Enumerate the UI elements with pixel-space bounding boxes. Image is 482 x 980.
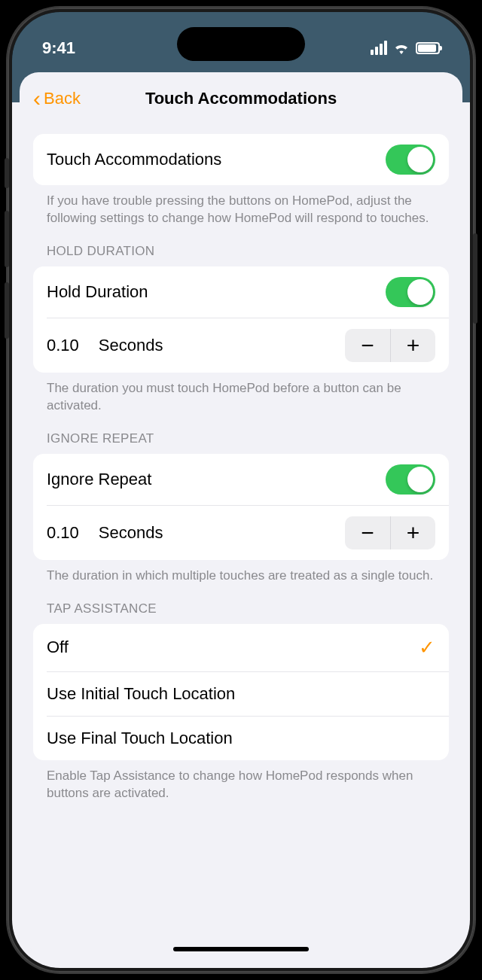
tap-assistance-final[interactable]: Use Final Touch Location bbox=[33, 717, 449, 760]
settings-scroll[interactable]: Touch Accommodations If you have trouble… bbox=[20, 134, 462, 802]
hold-duration-value: 0.10 bbox=[47, 336, 79, 355]
side-button-volume-down bbox=[5, 282, 9, 339]
hold-duration-header: HOLD DURATION bbox=[47, 244, 435, 259]
hold-duration-row: Hold Duration bbox=[33, 266, 449, 318]
ignore-repeat-stepper-row: 0.10 Seconds − + bbox=[33, 506, 449, 560]
side-button-power bbox=[473, 233, 477, 324]
chevron-left-icon: ‹ bbox=[33, 87, 41, 110]
ignore-repeat-decrement[interactable]: − bbox=[345, 516, 390, 549]
ignore-repeat-footer: The duration in which multiple touches a… bbox=[47, 568, 435, 585]
cellular-signal-icon bbox=[371, 41, 387, 55]
back-label: Back bbox=[44, 89, 81, 108]
tap-assistance-initial[interactable]: Use Initial Touch Location bbox=[33, 672, 449, 716]
tap-off-label: Off bbox=[47, 638, 69, 657]
tap-final-label: Use Final Touch Location bbox=[47, 729, 233, 748]
status-time: 9:41 bbox=[42, 38, 75, 58]
ignore-repeat-header: IGNORE REPEAT bbox=[47, 431, 435, 446]
dynamic-island bbox=[177, 27, 305, 61]
phone-frame: 9:41 ‹ Back Touch Accommodations bbox=[8, 8, 474, 972]
navigation-bar: ‹ Back Touch Accommodations bbox=[20, 72, 462, 120]
ignore-repeat-increment[interactable]: + bbox=[390, 516, 435, 549]
touch-accommodations-row: Touch Accommodations bbox=[33, 134, 449, 185]
ignore-repeat-toggle[interactable] bbox=[386, 464, 435, 495]
status-indicators bbox=[371, 41, 440, 55]
touch-accommodations-label: Touch Accommodations bbox=[47, 150, 221, 169]
hold-duration-footer: The duration you must touch HomePod befo… bbox=[47, 380, 435, 415]
hold-duration-label: Hold Duration bbox=[47, 282, 148, 302]
side-button-volume-up bbox=[5, 211, 9, 267]
wifi-icon bbox=[393, 42, 410, 54]
ignore-repeat-row: Ignore Repeat bbox=[33, 454, 449, 505]
home-indicator[interactable] bbox=[173, 947, 309, 951]
hold-duration-unit: Seconds bbox=[99, 336, 163, 355]
ignore-repeat-value: 0.10 bbox=[47, 523, 79, 543]
touch-accommodations-footer: If you have trouble pressing the buttons… bbox=[47, 193, 435, 227]
side-button-mute bbox=[5, 158, 9, 188]
hold-duration-toggle[interactable] bbox=[386, 277, 435, 307]
back-button[interactable]: ‹ Back bbox=[33, 87, 81, 110]
touch-accommodations-toggle[interactable] bbox=[386, 145, 435, 175]
ignore-repeat-unit: Seconds bbox=[99, 523, 163, 543]
tap-assistance-footer: Enable Tap Assistance to change how Home… bbox=[47, 768, 435, 802]
hold-duration-stepper: − + bbox=[345, 329, 435, 362]
ignore-repeat-stepper: − + bbox=[345, 516, 435, 549]
ignore-repeat-label: Ignore Repeat bbox=[47, 470, 151, 489]
tap-assistance-header: TAP ASSISTANCE bbox=[47, 601, 435, 616]
hold-duration-stepper-row: 0.10 Seconds − + bbox=[33, 318, 449, 373]
checkmark-icon: ✓ bbox=[419, 636, 435, 659]
tap-assistance-off[interactable]: Off ✓ bbox=[33, 624, 449, 671]
page-title: Touch Accommodations bbox=[20, 89, 462, 108]
tap-initial-label: Use Initial Touch Location bbox=[47, 684, 235, 704]
battery-icon bbox=[416, 42, 440, 54]
hold-duration-decrement[interactable]: − bbox=[345, 329, 390, 362]
hold-duration-increment[interactable]: + bbox=[390, 329, 435, 362]
